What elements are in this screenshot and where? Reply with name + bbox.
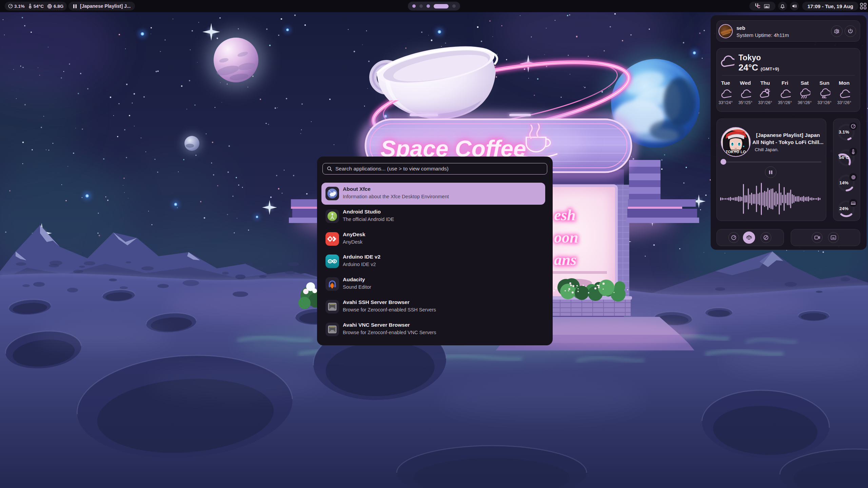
svg-text:esh: esh: [554, 206, 576, 224]
svg-text:oon: oon: [554, 229, 578, 246]
svg-text:ans: ans: [554, 251, 576, 268]
svg-text:TOKYO LO: TOKYO LO: [726, 150, 746, 154]
